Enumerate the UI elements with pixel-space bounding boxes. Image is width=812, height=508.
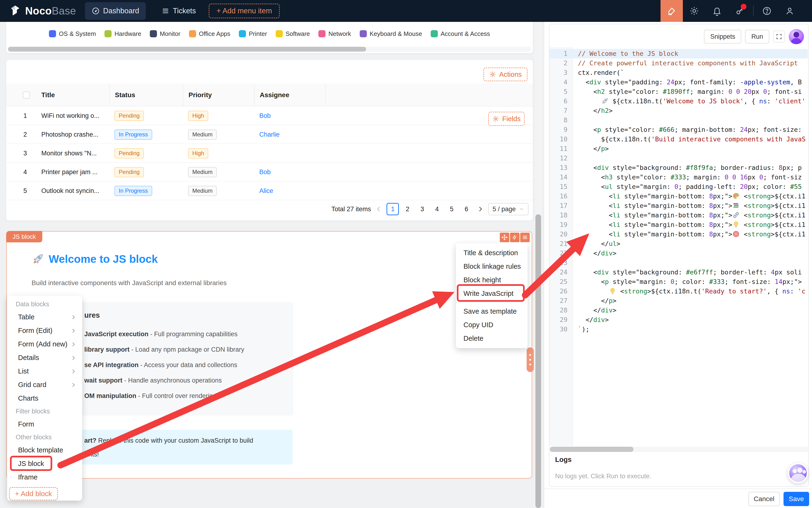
code-line-content: ctx.render(` [573, 68, 624, 78]
row-index: 3 [20, 144, 30, 163]
legend-swatch [49, 30, 56, 37]
code-line: 25 <p style="margin: 0; color: #333; fon… [550, 277, 808, 287]
page-number-6[interactable]: 6 [460, 203, 473, 215]
avatar[interactable] [789, 29, 804, 44]
nav-tab-dashboard[interactable]: Dashboard [85, 2, 146, 20]
menu-item-table[interactable]: Table [7, 310, 82, 324]
code-line-content: </h2> [573, 106, 613, 116]
cancel-button[interactable]: Cancel [748, 492, 780, 506]
menu-item-details[interactable]: Details [7, 351, 82, 365]
code-line-content: <li style="margin-bottom: 8px;"> <strong… [573, 192, 806, 201]
user-menu-button[interactable] [778, 0, 801, 22]
page-number-4[interactable]: 4 [431, 203, 443, 215]
legend-item[interactable]: Network [319, 30, 351, 38]
fullscreen-button[interactable] [773, 31, 785, 43]
context-menu-item-copy-uid[interactable]: Copy UID [456, 318, 528, 332]
page-size-select[interactable]: 5 / page [488, 203, 528, 215]
cell-assignee-link[interactable]: Bob [259, 163, 271, 181]
menu-item-block-template[interactable]: Block template [7, 443, 82, 457]
menu-item-form[interactable]: Form [7, 418, 82, 431]
vertical-scrollbar[interactable] [535, 22, 542, 508]
next-page-button[interactable] [477, 206, 484, 213]
editor-horizontal-scrollbar[interactable] [550, 447, 808, 452]
cell-title: Monitor shows "N... [41, 144, 97, 163]
horizontal-scrollbar[interactable] [8, 47, 531, 52]
legend-item[interactable]: Account & Access [431, 30, 490, 38]
help-button[interactable] [756, 0, 778, 22]
run-button[interactable]: Run [745, 30, 769, 43]
legend-label: Network [328, 30, 351, 38]
row-index: 1 [20, 107, 30, 125]
cell-priority: Medium [188, 181, 217, 200]
line-number: 22 [550, 249, 573, 258]
ui-editor-button[interactable] [661, 0, 683, 22]
cell-assignee-link[interactable]: Charlie [259, 125, 280, 144]
fields-button[interactable]: Fields [488, 112, 525, 126]
logo-icon [8, 4, 22, 17]
context-menu-item-block-linkage-rules[interactable]: Block linkage rules [456, 260, 528, 273]
notifications-button[interactable] [706, 0, 728, 22]
cell-assignee-link[interactable]: Bob [259, 107, 271, 125]
menu-item-iframe[interactable]: Iframe [7, 470, 82, 484]
tickets-table-card: Actions Title Status Priority Assignee F… [6, 60, 533, 220]
save-button[interactable]: Save [783, 492, 809, 506]
column-divider [325, 84, 326, 107]
page-number-1[interactable]: 1 [387, 203, 399, 215]
code-line: 30`); [550, 325, 808, 334]
menu-item-charts[interactable]: Charts [7, 391, 82, 405]
horizontal-scrollbar-thumb[interactable] [8, 47, 366, 51]
line-number: 21 [550, 239, 573, 249]
menu-item-form-add-new-[interactable]: Form (Add new) [7, 337, 82, 351]
block-settings-button[interactable] [520, 232, 530, 242]
feature-item: library support - Load any npm package o… [84, 346, 244, 353]
legend-label: Hardware [114, 30, 141, 38]
settings-button[interactable] [683, 0, 706, 22]
page-number-2[interactable]: 2 [401, 203, 414, 215]
editor-scrollbar-thumb[interactable] [550, 447, 633, 452]
context-menu-item-delete[interactable]: Delete [456, 332, 528, 345]
add-block-button[interactable]: + Add block [9, 487, 58, 500]
menu-item-grid-card[interactable]: Grid card [7, 378, 82, 391]
priority-tag: High [188, 148, 208, 159]
legend-item[interactable]: OS & System [49, 30, 96, 38]
code-line-content [573, 258, 578, 267]
code-editor[interactable]: 1// Welcome to the JS block2// Create po… [550, 49, 808, 446]
context-menu-item-save-as-template[interactable]: Save as template [456, 305, 528, 318]
code-line-content: <ul style="margin: 0; padding-left: 20px… [573, 182, 802, 192]
code-line: 7 </h2> [550, 106, 808, 116]
cell-assignee-link[interactable]: Alice [259, 181, 273, 200]
legend-item[interactable]: Keyboard & Mouse [360, 30, 422, 38]
feature-item: JavaScript execution - Full programming … [84, 331, 244, 338]
snippets-button[interactable]: Snippets [704, 30, 741, 43]
drag-block-button[interactable] [500, 232, 509, 242]
link-icon [732, 211, 740, 219]
nav-tab-tickets[interactable]: Tickets [155, 2, 202, 20]
menu-item-list[interactable]: List [7, 365, 82, 378]
select-all-checkbox[interactable] [23, 91, 30, 98]
menu-item-form-edit-[interactable]: Form (Edit) [7, 324, 82, 337]
code-line-content: </p> [573, 296, 617, 305]
page-number-5[interactable]: 5 [445, 203, 458, 215]
prev-page-button[interactable] [375, 206, 382, 213]
actions-button[interactable]: Actions [483, 68, 528, 81]
block-linkage-button[interactable] [510, 232, 520, 242]
legend-swatch [239, 30, 246, 37]
block-resize-handle[interactable] [527, 347, 534, 372]
api-keys-button[interactable] [728, 0, 751, 22]
page-number-3[interactable]: 3 [416, 203, 428, 215]
palette-icon [732, 192, 740, 200]
gear-icon [492, 115, 499, 122]
legend-item[interactable]: Office Apps [189, 30, 231, 38]
legend-item[interactable]: Printer [239, 30, 267, 38]
team-avatar[interactable] [788, 463, 808, 483]
add-menu-item-button[interactable]: + Add menu item [209, 4, 280, 18]
vertical-scrollbar-thumb[interactable] [535, 214, 541, 508]
legend-item[interactable]: Monitor [150, 30, 181, 38]
table-row: 4Printer paper jam ...PendingMediumBob [6, 163, 533, 181]
gear-icon [689, 6, 699, 16]
code-line-content: // Create powerful interactive component… [573, 58, 798, 68]
legend-item[interactable]: Hardware [104, 30, 141, 38]
legend-item[interactable]: Software [276, 30, 310, 38]
rocket-icon [601, 97, 609, 105]
context-menu-item-title-description[interactable]: Title & description [456, 246, 528, 260]
